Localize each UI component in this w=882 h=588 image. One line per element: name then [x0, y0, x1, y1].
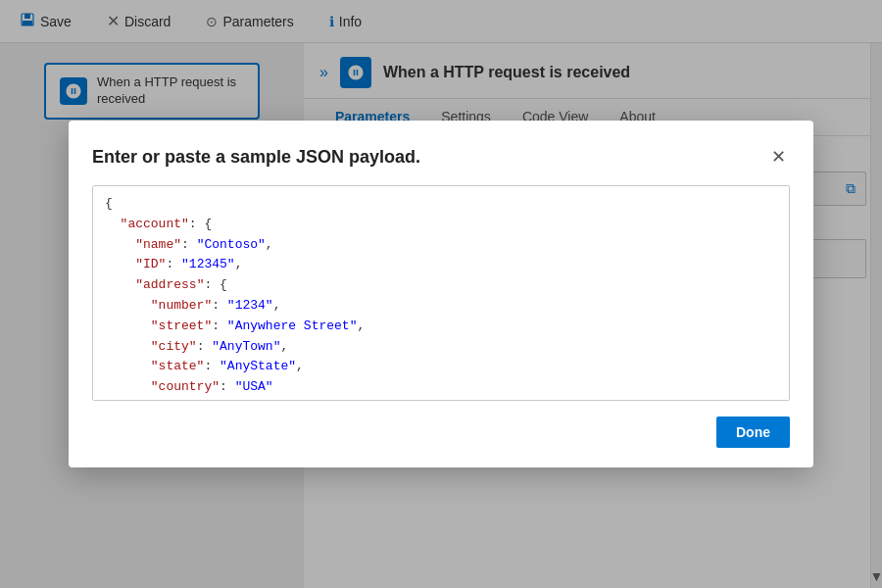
json-line-5: "address": {	[105, 275, 777, 296]
json-line-9: "state": "AnyState",	[105, 357, 777, 377]
json-line-10: "country": "USA"	[105, 377, 777, 398]
json-payload-modal: Enter or paste a sample JSON payload. ✕ …	[69, 121, 813, 467]
modal-overlay: Enter or paste a sample JSON payload. ✕ …	[0, 0, 882, 588]
json-line-2: "account": {	[105, 215, 777, 235]
json-line-6: "number": "1234",	[105, 296, 777, 317]
json-line-3: "name": "Contoso",	[105, 235, 777, 256]
modal-title: Enter or paste a sample JSON payload.	[92, 147, 420, 168]
json-line-1: {	[105, 194, 777, 215]
json-line-4: "ID": "12345",	[105, 255, 777, 275]
json-editor[interactable]: { "account": { "name": "Contoso", "ID": …	[92, 185, 790, 401]
modal-close-button[interactable]: ✕	[767, 144, 790, 170]
json-line-7: "street": "Anywhere Street",	[105, 317, 777, 337]
modal-header: Enter or paste a sample JSON payload. ✕	[92, 144, 790, 170]
modal-footer: Done	[92, 416, 790, 448]
json-line-8: "city": "AnyTown",	[105, 337, 777, 358]
done-button[interactable]: Done	[716, 416, 790, 448]
